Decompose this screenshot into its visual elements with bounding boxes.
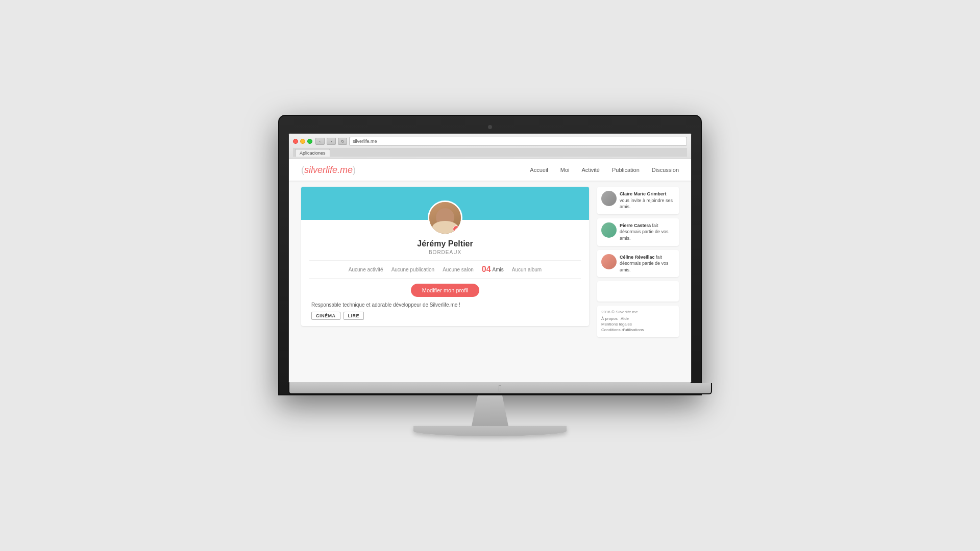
stat-salon: Aucune salon [443, 267, 474, 272]
notif-name-3: Céline Réveillac [620, 255, 655, 260]
profile-city: BORDEAUX [309, 249, 581, 255]
browser-tabs: Aplicaciones [293, 148, 687, 157]
notif-text-1: Claire Marie Grimbert vous invite à rejo… [620, 191, 675, 210]
active-tab[interactable]: Aplicaciones [295, 149, 330, 157]
notif-msg-1: vous invite à rejoindre ses amis. [620, 198, 673, 210]
notif-text-2: Pierre Castera fait désormais partie de … [620, 222, 675, 242]
site-main: ✓ Jérémy Peltier BORDEAUX Aucune activit… [289, 181, 691, 383]
nav-publication[interactable]: Publication [612, 167, 640, 173]
profile-cover: ✓ [301, 187, 589, 220]
nav-accueil[interactable]: Accueil [530, 167, 548, 173]
profile-info: Jérémy Peltier BORDEAUX Aucune activité … [301, 220, 589, 326]
notification-3: Céline Réveillac fait désormais partie d… [597, 250, 679, 278]
sidebar-footer: 2016 © Silverlife.me À propos Aide Menti… [597, 306, 679, 337]
profile-bio: Responsable technique et adorable dévelo… [309, 302, 581, 308]
camera [488, 125, 492, 129]
screen: ‹ › ↻ silverlife.me Aplicaciones [288, 133, 692, 383]
back-button[interactable]: ‹ [315, 138, 325, 145]
footer-links-3: Conditions d'utilisations [601, 328, 675, 332]
site-header: (silverlife.me) Accueil Moi Activité Pub… [289, 159, 691, 181]
stat-publication: Aucune publication [391, 267, 435, 272]
amis-label: Amis [493, 267, 504, 272]
avatar: ✓ [428, 201, 462, 235]
notif-avatar-3 [601, 254, 617, 269]
footer-copyright: 2016 © Silverlife.me [601, 310, 675, 314]
profile-tags: CINÉMA LIRE [309, 312, 581, 320]
footer-link-aide[interactable]: Aide [621, 316, 629, 321]
nav-activite[interactable]: Activité [582, 167, 600, 173]
imac-stand-neck [459, 395, 521, 426]
profile-stats: Aucune activité Aucune publication Aucun… [309, 260, 581, 279]
minimize-button[interactable] [300, 139, 305, 144]
forward-button[interactable]: › [327, 138, 336, 145]
stat-album: Aucun album [512, 267, 542, 272]
browser-nav: ‹ › ↻ silverlife.me [315, 137, 687, 146]
notif-name-1: Claire Marie Grimbert [620, 191, 667, 196]
profile-avatar-wrapper: ✓ [428, 201, 462, 235]
tag-lire[interactable]: LIRE [344, 312, 364, 320]
profile-area: ✓ Jérémy Peltier BORDEAUX Aucune activit… [301, 187, 589, 377]
nav-discussion[interactable]: Discussion [652, 167, 679, 173]
imac-chin:  [288, 383, 712, 394]
address-bar[interactable]: silverlife.me [349, 137, 687, 146]
footer-link-apropos[interactable]: À propos [601, 316, 618, 321]
empty-card [597, 281, 679, 302]
profile-name: Jérémy Peltier [309, 239, 581, 248]
imac-body: ‹ › ↻ silverlife.me Aplicaciones [278, 115, 702, 395]
notif-name-2: Pierre Castera [620, 223, 651, 228]
tag-cinema[interactable]: CINÉMA [311, 312, 340, 320]
site-nav: Accueil Moi Activité Publication Discuss… [530, 167, 679, 173]
footer-link-mentions[interactable]: Mentions légales [601, 322, 632, 327]
browser-chrome: ‹ › ↻ silverlife.me Aplicaciones [289, 134, 691, 159]
footer-links: À propos Aide [601, 316, 675, 321]
sidebar: Claire Marie Grimbert vous invite à rejo… [597, 187, 679, 377]
apple-logo:  [499, 383, 502, 394]
notif-avatar-1 [601, 191, 617, 206]
notification-2: Pierre Castera fait désormais partie de … [597, 218, 679, 246]
avatar-badge: ✓ [453, 226, 460, 233]
stat-amis: 04 Amis [482, 265, 504, 274]
notification-1: Claire Marie Grimbert vous invite à rejo… [597, 187, 679, 214]
imac-display: ‹ › ↻ silverlife.me Aplicaciones [278, 115, 702, 436]
site-content: (silverlife.me) Accueil Moi Activité Pub… [289, 159, 691, 383]
notif-text-3: Céline Réveillac fait désormais partie d… [620, 254, 675, 273]
reload-button[interactable]: ↻ [338, 138, 347, 145]
traffic-lights [293, 139, 312, 144]
footer-link-conditions[interactable]: Conditions d'utilisations [601, 328, 644, 332]
site-logo: (silverlife.me) [301, 165, 356, 176]
profile-card: ✓ Jérémy Peltier BORDEAUX Aucune activit… [301, 187, 589, 326]
notif-avatar-2 [601, 222, 617, 238]
imac-stand-base [413, 426, 567, 436]
close-button[interactable] [293, 139, 298, 144]
edit-profile-button[interactable]: Modifier mon profil [411, 284, 479, 297]
maximize-button[interactable] [307, 139, 312, 144]
footer-links-2: Mentions légales [601, 322, 675, 327]
amis-number: 04 [482, 265, 491, 274]
nav-moi[interactable]: Moi [560, 167, 570, 173]
stat-activite: Aucune activité [349, 267, 383, 272]
